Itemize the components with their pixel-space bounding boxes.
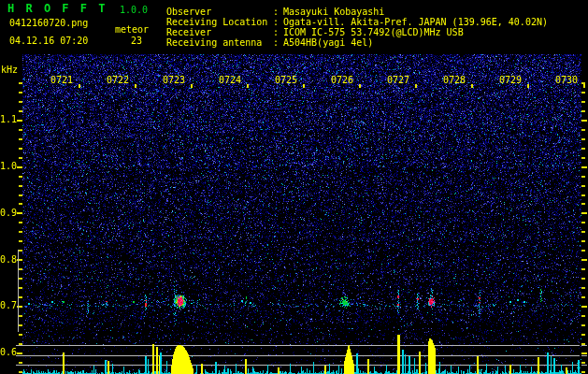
header-info-block: Observer:Masayuki KobayashiReceiving Loc… [0,0,588,51]
khz-axis-label: kHz [1,65,18,75]
header-field-label: Receiving Location [166,17,267,27]
header-field-colon: : [273,37,279,48]
header-field-value: A504HB(yagi 4el) [283,37,373,48]
hrofft-screenshot: H R O F F T 1.0.0 0412160720.png meteor … [0,0,588,374]
header-field-colon: : [273,17,279,27]
header-field-value: ICOM IC-575 53.7492(@LCD)MHz USB [283,27,464,37]
header-field-row: Receiver:ICOM IC-575 53.7492(@LCD)MHz US… [0,27,588,37]
header-field-value: Ogata-vill. Akita-Pref. JAPAN (139.96E, … [283,17,548,27]
header-field-label: Receiver [166,27,211,37]
header-field-row: Observer:Masayuki Kobayashi [0,7,588,17]
header-field-colon: : [273,7,279,17]
header-field-row: Receiving antenna:A504HB(yagi 4el) [0,37,588,48]
header-field-row: Receiving Location:Ogata-vill. Akita-Pre… [0,17,588,27]
header-field-label: Observer [166,7,211,17]
header-field-label: Receiving antenna [166,37,262,48]
spectrogram-canvas [0,0,588,374]
header-field-colon: : [273,27,279,37]
header-field-value: Masayuki Kobayashi [283,7,384,17]
